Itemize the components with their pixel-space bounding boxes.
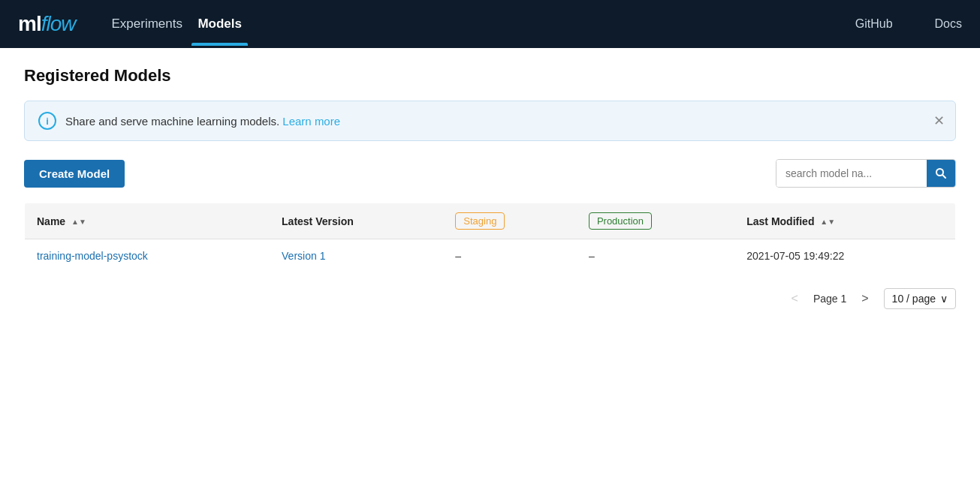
cell-name: training-model-psystock	[25, 239, 270, 273]
table-header: Name ▲▼ Latest Version Staging Productio…	[25, 203, 956, 239]
info-banner: i Share and serve machine learning model…	[24, 101, 956, 141]
info-icon: i	[38, 112, 56, 130]
main-nav: Experiments Models	[105, 17, 248, 32]
toolbar: Create Model	[24, 159, 956, 188]
cell-latest-version: Version 1	[270, 239, 443, 273]
col-header-production: Production	[577, 203, 734, 239]
page-size-select[interactable]: 10 / page ∨	[884, 288, 956, 309]
col-header-latest-version: Latest Version	[270, 203, 443, 239]
page-info: Page 1	[813, 293, 846, 305]
prev-page-button[interactable]: <	[786, 289, 804, 308]
github-link[interactable]: GitHub	[855, 17, 893, 31]
col-header-name[interactable]: Name ▲▼	[25, 203, 270, 239]
search-input[interactable]	[776, 160, 927, 187]
learn-more-link[interactable]: Learn more	[282, 115, 340, 128]
pagination: < Page 1 > 10 / page ∨	[24, 288, 956, 309]
table-row: training-model-psystock Version 1 – – 20…	[25, 239, 956, 273]
search-container	[776, 159, 956, 188]
page-title: Registered Models	[24, 66, 956, 86]
version-link[interactable]: Version 1	[282, 250, 325, 262]
logo-ml: ml	[18, 12, 41, 36]
staging-badge: Staging	[455, 212, 505, 230]
search-button[interactable]	[927, 159, 955, 188]
search-icon	[935, 167, 947, 179]
main-content: Registered Models i Share and serve mach…	[0, 48, 980, 327]
header: mlflow Experiments Models GitHub Docs	[0, 0, 980, 48]
models-table: Name ▲▼ Latest Version Staging Productio…	[24, 203, 956, 273]
create-model-button[interactable]: Create Model	[24, 160, 125, 188]
last-modified-sort-icon: ▲▼	[820, 218, 835, 226]
svg-line-1	[942, 175, 945, 178]
chevron-down-icon: ∨	[940, 293, 948, 305]
close-banner-button[interactable]: ✕	[933, 114, 945, 128]
cell-last-modified: 2021-07-05 19:49:22	[734, 239, 955, 273]
col-header-last-modified[interactable]: Last Modified ▲▼	[734, 203, 955, 239]
table-body: training-model-psystock Version 1 – – 20…	[25, 239, 956, 273]
col-header-staging: Staging	[443, 203, 577, 239]
logo: mlflow	[18, 12, 75, 36]
cell-production: –	[577, 239, 734, 273]
production-badge: Production	[589, 212, 652, 230]
model-name-link[interactable]: training-model-psystock	[37, 250, 148, 262]
docs-link[interactable]: Docs	[935, 17, 962, 31]
logo-flow: flow	[41, 12, 76, 36]
next-page-button[interactable]: >	[855, 289, 874, 308]
nav-models[interactable]: Models	[191, 2, 248, 46]
nav-experiments[interactable]: Experiments	[105, 2, 188, 46]
banner-text: Share and serve machine learning models.…	[65, 115, 340, 128]
name-sort-icon: ▲▼	[71, 218, 86, 226]
cell-staging: –	[443, 239, 577, 273]
